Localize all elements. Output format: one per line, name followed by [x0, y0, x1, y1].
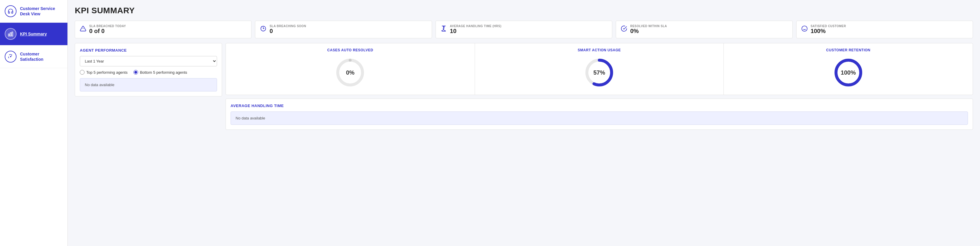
- page-title: KPI SUMMARY: [75, 6, 973, 15]
- agent-performance-title: AGENT PERFORMANCE: [80, 48, 217, 53]
- smiley-icon: [801, 26, 808, 34]
- sidebar-item-kpi-summary[interactable]: KPI Summary: [0, 23, 67, 45]
- svg-rect-0: [8, 34, 10, 36]
- donut-title: CUSTOMER RETENTION: [826, 48, 870, 52]
- kpi-cards-row: SLA BREACHED TODAY0 of 0SLA BREACHING SO…: [75, 21, 973, 38]
- kpi-card-0: SLA BREACHED TODAY0 of 0: [75, 21, 251, 38]
- svg-rect-1: [10, 33, 11, 36]
- warning-icon: [80, 26, 86, 34]
- time-range-dropdown[interactable]: Last 1 YearLast 6 MonthsLast 3 MonthsLas…: [80, 56, 217, 66]
- sidebar-item-label-customer-service-desk: Customer Service Desk View: [20, 6, 63, 16]
- hourglass-icon: [441, 26, 447, 34]
- sidebar-item-customer-satisfaction[interactable]: Customer Satisfaction: [0, 45, 67, 68]
- chart-bar-icon: [5, 28, 16, 40]
- donut-value: 100%: [841, 69, 856, 76]
- agent-no-data: No data available: [80, 78, 217, 91]
- kpi-card-2: AVERAGE HANDLING TIME (HRS)10: [436, 21, 612, 38]
- donut-chart: 100%: [832, 56, 865, 89]
- donut-chart: 57%: [583, 56, 616, 89]
- agent-performance-card: AGENT PERFORMANCE Last 1 YearLast 6 Mont…: [75, 43, 222, 96]
- kpi-label-1: SLA BREACHING SOON: [269, 24, 306, 28]
- left-panel: AGENT PERFORMANCE Last 1 YearLast 6 Mont…: [75, 43, 222, 130]
- radio-input-bottom5[interactable]: [134, 70, 138, 75]
- donut-title: SMART ACTION USAGE: [578, 48, 621, 52]
- sidebar-item-label-customer-satisfaction: Customer Satisfaction: [20, 51, 63, 62]
- radio-input-top5[interactable]: [80, 70, 84, 75]
- kpi-value-1: 0: [269, 28, 306, 35]
- svg-rect-2: [12, 32, 13, 36]
- svg-point-7: [802, 26, 807, 31]
- clock-rotate-icon: [260, 26, 267, 34]
- svg-point-3: [10, 56, 11, 57]
- sidebar-item-label-kpi-summary: KPI Summary: [20, 31, 47, 37]
- donut-cell-customer-retention: CUSTOMER RETENTION100%: [724, 43, 973, 95]
- main-content: KPI SUMMARY SLA BREACHED TODAY0 of 0SLA …: [68, 0, 980, 246]
- avg-handling-title: AVERAGE HANDLING TIME: [231, 104, 968, 108]
- donut-cell-smart-action-usage: SMART ACTION USAGE57%: [475, 43, 724, 95]
- kpi-value-0: 0 of 0: [89, 28, 126, 35]
- donut-value: 0%: [346, 69, 355, 76]
- donut-chart: 0%: [334, 56, 366, 89]
- donut-row: CASES AUTO RESOLVED0%SMART ACTION USAGE5…: [226, 43, 973, 95]
- avg-handling-no-data: No data available: [231, 112, 968, 125]
- avg-handling-card: AVERAGE HANDLING TIME No data available: [226, 99, 973, 130]
- kpi-label-4: SATISFIED CUSTOMER: [811, 24, 846, 28]
- radio-label-bottom5: Bottom 5 performing agents: [140, 70, 187, 75]
- headset-icon: [5, 5, 16, 17]
- gauge-icon: [5, 51, 16, 62]
- right-panel: CASES AUTO RESOLVED0%SMART ACTION USAGE5…: [226, 43, 973, 130]
- donut-title: CASES AUTO RESOLVED: [327, 48, 373, 52]
- radio-option-top5[interactable]: Top 5 performing agents: [80, 70, 127, 75]
- donut-cell-cases-auto-resolved: CASES AUTO RESOLVED0%: [226, 43, 475, 95]
- kpi-label-3: RESOLVED WITHIN SLA: [630, 24, 667, 28]
- sidebar: Customer Service Desk ViewKPI SummaryCus…: [0, 0, 68, 246]
- donut-value: 57%: [593, 69, 605, 76]
- kpi-value-4: 100%: [811, 28, 846, 35]
- kpi-value-3: 0%: [630, 28, 667, 35]
- check-circle-icon: [621, 26, 627, 34]
- kpi-value-2: 10: [450, 28, 501, 35]
- kpi-label-0: SLA BREACHED TODAY: [89, 24, 126, 28]
- bottom-section: AGENT PERFORMANCE Last 1 YearLast 6 Mont…: [75, 43, 973, 130]
- radio-group: Top 5 performing agentsBottom 5 performi…: [80, 70, 217, 75]
- radio-label-top5: Top 5 performing agents: [86, 70, 127, 75]
- kpi-card-3: RESOLVED WITHIN SLA0%: [616, 21, 792, 38]
- radio-option-bottom5[interactable]: Bottom 5 performing agents: [134, 70, 187, 75]
- kpi-card-4: SATISFIED CUSTOMER100%: [796, 21, 973, 38]
- kpi-card-1: SLA BREACHING SOON0: [255, 21, 432, 38]
- kpi-label-2: AVERAGE HANDLING TIME (HRS): [450, 24, 501, 28]
- sidebar-item-customer-service-desk[interactable]: Customer Service Desk View: [0, 0, 67, 23]
